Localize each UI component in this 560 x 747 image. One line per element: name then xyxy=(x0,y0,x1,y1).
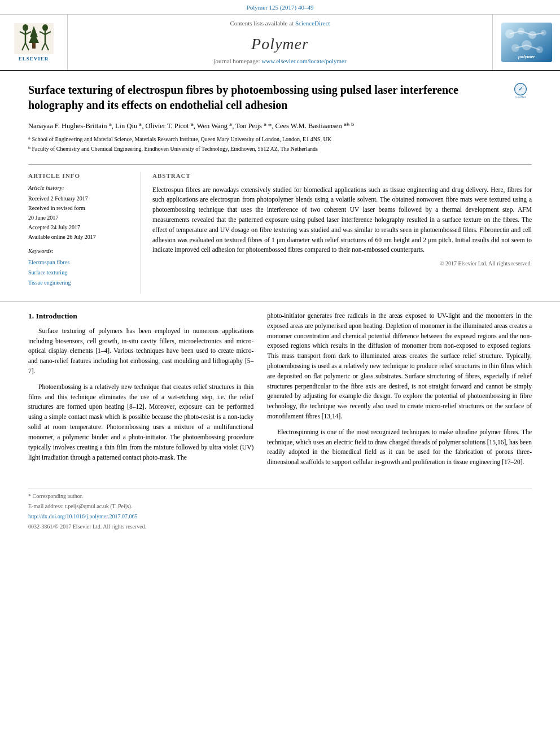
main-content: 1. Introduction Surface texturing of pol… xyxy=(0,302,560,482)
contents-line: Contents lists available at ScienceDirec… xyxy=(230,19,330,28)
journal-info-center: Contents lists available at ScienceDirec… xyxy=(68,15,492,70)
keywords-list: Electrospun fibres Surface texturing Tis… xyxy=(28,257,129,288)
two-col-content: 1. Introduction Surface texturing of pol… xyxy=(28,311,532,473)
corresponding-note: * Corresponding author. xyxy=(28,492,532,500)
article-title-row: Surface texturing of electrospun fibres … xyxy=(28,82,532,113)
article-dates: Received 2 February 2017 Received in rev… xyxy=(28,194,129,242)
right-para-1: photo-initiator generates free radicals … xyxy=(267,311,532,422)
authors-line: Nanayaa F. Hughes-Brittain ᵃ, Lin Qiu ᵃ,… xyxy=(28,121,532,132)
article-info-abstract: ARTICLE INFO Article history: Received 2… xyxy=(28,164,532,294)
journal-header: ELSEVIER Contents lists available at Sci… xyxy=(0,15,560,71)
article-info-col: ARTICLE INFO Article history: Received 2… xyxy=(28,172,141,294)
sciencedirect-link[interactable]: ScienceDirect xyxy=(295,20,330,27)
abstract-title: ABSTRACT xyxy=(152,172,532,180)
crossmark-badge: ✓ CrossMark xyxy=(509,82,532,105)
issn-line: 0032-3861/© 2017 Elsevier Ltd. All right… xyxy=(28,522,532,531)
left-col: 1. Introduction Surface texturing of pol… xyxy=(28,311,253,473)
affil-a: ᵃ School of Engineering and Material Sci… xyxy=(28,135,532,143)
article-title: Surface texturing of electrospun fibres … xyxy=(28,82,498,113)
article-keywords: Keywords: Electrospun fibres Surface tex… xyxy=(28,247,129,288)
keywords-label: Keywords: xyxy=(28,247,129,256)
footnotes: * Corresponding author. E-mail address: … xyxy=(28,488,532,531)
right-para-2: Electrospinning is one of the most recog… xyxy=(267,427,532,468)
affiliations: ᵃ School of Engineering and Material Sci… xyxy=(28,135,532,153)
right-col: photo-initiator generates free radicals … xyxy=(267,311,532,473)
email-note: E-mail address: t.peijs@qmul.ac.uk (T. P… xyxy=(28,502,532,510)
history-label: Article history: xyxy=(28,184,129,193)
svg-text:✓: ✓ xyxy=(518,86,523,93)
polymer-logo-box: polymer xyxy=(501,23,552,62)
intro-para-2: Photoembossing is a relatively new techn… xyxy=(28,382,253,463)
doi-line[interactable]: http://dx.doi.org/10.1016/j.polymer.2017… xyxy=(28,512,532,521)
article-history: Article history: Received 2 February 201… xyxy=(28,184,129,242)
article-info-title: ARTICLE INFO xyxy=(28,172,129,180)
journal-name: Polymer xyxy=(251,33,309,55)
svg-rect-9 xyxy=(32,43,36,49)
journal-reference-bar: Polymer 125 (2017) 40–49 xyxy=(0,0,560,15)
polymer-logo-image: polymer xyxy=(501,23,552,62)
affil-b: ᵇ Faculty of Chemistry and Chemical Engi… xyxy=(28,145,532,153)
abstract-col: ABSTRACT Electrospun fibres are nowadays… xyxy=(141,172,532,294)
elsevier-logo-section: ELSEVIER xyxy=(0,15,68,70)
journal-homepage: journal homepage: www.elsevier.com/locat… xyxy=(213,57,346,65)
svg-text:polymer: polymer xyxy=(518,54,535,59)
abstract-text: Electrospun fibres are nowadays extensiv… xyxy=(152,185,532,256)
article-section: Surface texturing of electrospun fibres … xyxy=(0,71,560,164)
polymer-logo-section: polymer xyxy=(492,15,560,70)
svg-text:CrossMark: CrossMark xyxy=(515,96,526,99)
elsevier-tree-logo xyxy=(14,23,54,54)
elsevier-wordmark: ELSEVIER xyxy=(19,55,49,63)
svg-point-10 xyxy=(42,24,48,31)
intro-heading: 1. Introduction xyxy=(28,311,253,322)
journal-ref-text: Polymer 125 (2017) 40–49 xyxy=(247,4,314,11)
homepage-link[interactable]: www.elsevier.com/locate/polymer xyxy=(261,58,346,64)
intro-para-1: Surface texturing of polymers has been e… xyxy=(28,326,253,377)
copyright-line: © 2017 Elsevier Ltd. All rights reserved… xyxy=(152,260,532,268)
page: Polymer 125 (2017) 40–49 xyxy=(0,0,560,747)
svg-point-1 xyxy=(23,24,28,31)
